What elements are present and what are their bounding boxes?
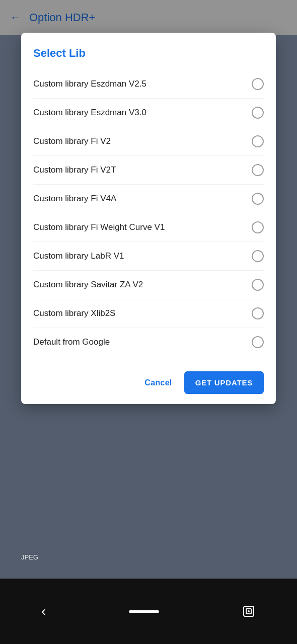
library-item-label: Custom library Fi V2T (33, 165, 252, 176)
library-list-item[interactable]: Custom library Fi Weight Curve V1 (33, 213, 264, 242)
navigation-bar: ‹ (0, 579, 297, 644)
library-item-label: Custom library Eszdman V2.5 (33, 78, 252, 90)
library-list-item[interactable]: Custom library Fi V2T (33, 156, 264, 185)
radio-button[interactable] (252, 164, 264, 176)
library-list-item[interactable]: Custom library Fi V2 (33, 127, 264, 156)
library-list-item[interactable]: Custom library LabR V1 (33, 242, 264, 271)
library-item-label: Custom library Xlib2S (33, 308, 252, 319)
library-list-item[interactable]: Custom library Fi V4A (33, 185, 264, 213)
library-item-label: Custom library Fi V4A (33, 193, 252, 204)
radio-button[interactable] (252, 78, 264, 90)
library-list-item[interactable]: Custom library Savitar ZA V2 (33, 271, 264, 299)
get-updates-button[interactable]: GET UPDATES (184, 371, 264, 394)
library-list-item[interactable]: Custom library Eszdman V2.5 (33, 70, 264, 99)
back-nav-icon[interactable]: ‹ (41, 603, 46, 619)
radio-button[interactable] (252, 279, 264, 291)
radio-button[interactable] (252, 307, 264, 319)
home-indicator[interactable] (129, 610, 159, 613)
radio-button[interactable] (252, 193, 264, 205)
screenshot-nav-icon[interactable] (242, 604, 256, 618)
library-item-label: Custom library Fi Weight Curve V1 (33, 222, 252, 233)
select-lib-dialog: Select Lib Custom library Eszdman V2.5Cu… (21, 33, 276, 404)
bottom-label: JPEG (21, 553, 38, 561)
radio-button[interactable] (252, 250, 264, 262)
dialog-actions: Cancel GET UPDATES (33, 366, 264, 394)
library-list-item[interactable]: Custom library Eszdman V3.0 (33, 99, 264, 127)
radio-button[interactable] (252, 221, 264, 233)
radio-button[interactable] (252, 135, 264, 147)
library-item-label: Custom library Savitar ZA V2 (33, 279, 252, 290)
radio-button[interactable] (252, 336, 264, 348)
svg-point-2 (248, 610, 250, 612)
cancel-button[interactable]: Cancel (140, 373, 176, 392)
radio-button[interactable] (252, 107, 264, 119)
dialog-title: Select Lib (33, 47, 264, 60)
library-item-label: Custom library Fi V2 (33, 136, 252, 147)
library-item-label: Custom library LabR V1 (33, 251, 252, 262)
library-list-item[interactable]: Default from Google (33, 328, 264, 356)
library-item-label: Default from Google (33, 337, 252, 348)
library-list-item[interactable]: Custom library Xlib2S (33, 299, 264, 328)
library-list: Custom library Eszdman V2.5Custom librar… (33, 70, 264, 356)
library-item-label: Custom library Eszdman V3.0 (33, 107, 252, 118)
